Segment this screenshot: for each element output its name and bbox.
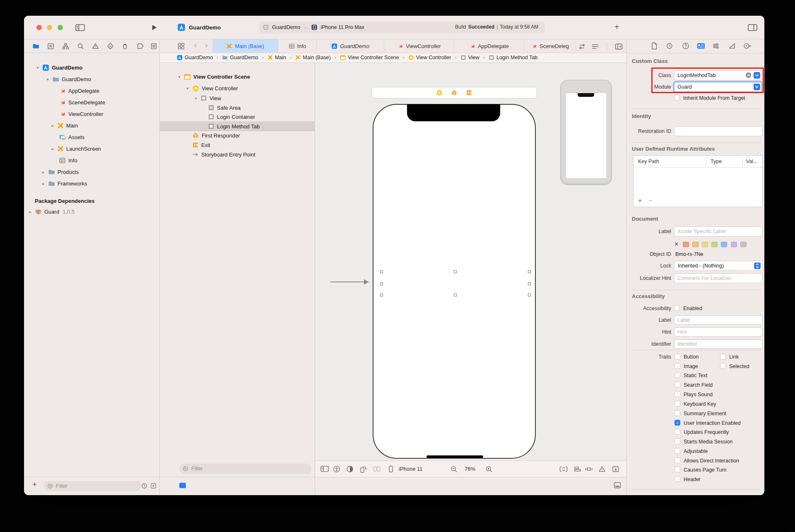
column-header-value[interactable]: Val... — [746, 159, 758, 164]
inherit-module-checkbox[interactable] — [674, 95, 680, 101]
selection-handle[interactable] — [528, 294, 531, 296]
document-label-field[interactable] — [674, 226, 762, 236]
nav-item-guarddemo-group[interactable]: ▾ GuardDemo — [46, 74, 91, 84]
nav-item-main-storyboard[interactable]: ▸ Main — [51, 120, 78, 130]
outline-item-login-method-tab[interactable]: Login Method Tab — [208, 121, 260, 131]
trait-updates-frequently-checkbox[interactable] — [675, 429, 680, 435]
minimize-window-button[interactable] — [47, 25, 52, 30]
zoom-in-icon[interactable] — [485, 465, 493, 473]
color-swatch-purple[interactable] — [731, 242, 737, 247]
issue-navigator-icon[interactable] — [92, 43, 99, 50]
tab-appdelegate[interactable]: AppDelegate — [454, 39, 524, 53]
trait-button-checkbox[interactable] — [675, 354, 680, 359]
selection-handle[interactable] — [380, 282, 383, 285]
color-swatch-orange[interactable] — [692, 242, 699, 247]
add-editor-icon[interactable] — [615, 43, 623, 50]
quick-help-inspector-icon[interactable] — [682, 42, 689, 50]
add-constraints-icon[interactable] — [585, 466, 593, 472]
document-outline-toggle-button[interactable] — [179, 483, 186, 488]
color-swatch-blue[interactable] — [721, 242, 727, 247]
class-field[interactable] — [674, 70, 762, 80]
outline-item-safe-area[interactable]: Safe Area — [208, 103, 241, 113]
connections-inspector-icon[interactable] — [743, 43, 751, 49]
disclosure-open-icon[interactable]: ▾ — [36, 65, 40, 70]
trait-keyboard-key-checkbox[interactable] — [675, 401, 680, 407]
selection-handle[interactable] — [454, 270, 457, 273]
appearance-icon[interactable] — [346, 465, 354, 473]
breadcrumb-group[interactable]: GuardDemo — [222, 55, 258, 60]
color-swatch-gray[interactable] — [740, 242, 747, 247]
recent-files-filter-icon[interactable] — [141, 483, 147, 489]
nav-item-launchscreen[interactable]: ▸ LaunchScreen — [51, 144, 101, 154]
lock-stepper-button[interactable] — [754, 262, 761, 269]
color-swatch-red[interactable] — [683, 242, 689, 247]
trait-causes-page-turn-checkbox[interactable] — [675, 467, 680, 472]
zoom-level[interactable]: 76% — [465, 466, 475, 472]
embed-icon[interactable] — [612, 466, 619, 472]
entry-point-arrow[interactable] — [329, 277, 375, 286]
breadcrumb-scene[interactable]: View Controller Scene — [340, 55, 399, 60]
lock-popup[interactable]: Inherited - (Nothing) — [674, 261, 762, 271]
module-dropdown-button[interactable] — [754, 84, 760, 90]
nav-item-products[interactable]: ▸ Products — [41, 167, 79, 177]
device-frame[interactable] — [373, 104, 536, 459]
nav-item-info-plist[interactable]: Info — [59, 155, 77, 165]
disclosure-closed-icon[interactable]: ▸ — [28, 209, 32, 214]
nav-item-viewcontroller[interactable]: ViewController — [59, 109, 103, 119]
scheme-selector[interactable]: GuardDemo › iPhone 11 Pro Max — [263, 24, 364, 31]
selection-handle[interactable] — [380, 294, 383, 296]
outline-toggle-icon[interactable] — [320, 465, 329, 472]
debug-navigator-icon[interactable] — [122, 43, 129, 50]
nav-item-guarddemo-project[interactable]: ▾ GuardDemo — [36, 63, 82, 72]
trait-plays-sound-checkbox[interactable] — [675, 391, 680, 397]
tab-info-plist[interactable]: Info — [278, 39, 316, 53]
localizer-hint-field[interactable] — [674, 273, 762, 283]
device-preview-thumbnail[interactable] — [560, 80, 612, 185]
breadcrumb-view-controller[interactable]: View Controller — [408, 55, 451, 60]
disclosure-open-icon[interactable]: ▾ — [194, 96, 198, 101]
test-navigator-icon[interactable] — [107, 43, 114, 50]
add-file-button[interactable]: + — [32, 480, 37, 489]
disclosure-open-icon[interactable]: ▾ — [177, 75, 181, 79]
outline-filter-input[interactable] — [190, 465, 308, 472]
device-label[interactable]: iPhone 11 — [399, 466, 423, 472]
acc-identifier-field[interactable] — [674, 339, 762, 349]
disclosure-open-icon[interactable]: ▾ — [186, 86, 190, 91]
breadcrumb-view[interactable]: View — [460, 55, 479, 60]
module-field[interactable] — [674, 82, 762, 92]
outline-item-login-container[interactable]: Login Container — [208, 112, 255, 122]
trait-adjustable-checkbox[interactable] — [675, 448, 680, 454]
disclosure-closed-icon[interactable]: ▸ — [41, 170, 46, 174]
orientation-icon[interactable] — [359, 465, 367, 473]
acc-hint-input[interactable] — [675, 328, 762, 336]
nav-item-guard-package[interactable]: ▸ Guard 1.0.5 — [28, 207, 75, 217]
report-navigator-icon[interactable] — [150, 43, 157, 50]
outline-item-exit[interactable]: Exit — [192, 140, 210, 150]
breadcrumb-main[interactable]: Main — [267, 55, 286, 60]
selection-handle[interactable] — [454, 294, 457, 296]
breakpoint-navigator-icon[interactable] — [137, 43, 144, 50]
nav-item-frameworks[interactable]: ▸ Frameworks — [41, 178, 87, 188]
update-frames-icon[interactable] — [559, 466, 568, 472]
tab-overview-icon[interactable] — [178, 43, 185, 50]
activity-status[interactable]: Build Succeeded | Today at 9:58 AM — [455, 24, 538, 30]
zoom-window-button[interactable] — [58, 25, 63, 30]
color-swatch-yellow[interactable] — [702, 242, 708, 247]
symbol-navigator-icon[interactable] — [62, 43, 69, 50]
tab-main-storyboard[interactable]: Main (Base) — [212, 39, 278, 53]
trait-starts-media-checkbox[interactable] — [675, 438, 680, 444]
accessibility-enabled-checkbox[interactable] — [674, 305, 680, 311]
clear-color-button[interactable]: ✕ — [674, 241, 679, 247]
navigator-filter-field[interactable] — [44, 481, 141, 491]
trait-image-checkbox[interactable] — [675, 363, 680, 369]
column-header-type[interactable]: Type — [711, 159, 722, 164]
breadcrumb-project[interactable]: GuardDemo — [177, 55, 213, 60]
outline-item-view[interactable]: ▾ View — [194, 93, 221, 103]
module-input[interactable] — [675, 82, 761, 91]
outline-item-storyboard-entry-point[interactable]: Storyboard Entry Point — [192, 149, 255, 159]
disclosure-closed-icon[interactable]: ▸ — [41, 181, 46, 186]
zoom-out-icon[interactable] — [450, 465, 458, 473]
go-back-button[interactable]: ‹ — [194, 41, 197, 50]
editor-options-icon[interactable] — [591, 43, 599, 50]
add-attribute-button[interactable]: + — [638, 197, 642, 205]
